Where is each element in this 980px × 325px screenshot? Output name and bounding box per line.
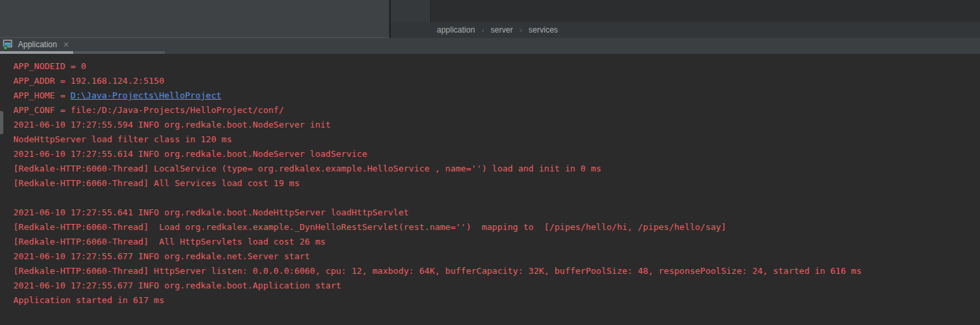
console-line: [Redkale-HTTP:6060-Thread] HttpServer li… [13, 264, 980, 278]
file-path-link[interactable]: D:\Java-Projects\HelloProject [70, 90, 221, 100]
console-line: [Redkale-HTTP:6060-Thread] Load org.redk… [13, 220, 980, 235]
breadcrumb-separator-icon: › [481, 26, 484, 34]
console-line: [Redkale-HTTP:6060-Thread] All HttpServl… [13, 235, 980, 249]
console-line: Application started in 617 ms [13, 293, 980, 308]
run-toolwindow-tab-bar: Application ✕ [0, 38, 980, 54]
console-line: [Redkale-HTTP:6060-Thread] All Services … [13, 176, 980, 191]
breadcrumb-item-application[interactable]: application [437, 25, 475, 35]
console-line-prefix: APP_HOME = [13, 90, 70, 100]
editor-left-panel [0, 0, 389, 38]
breadcrumb-item-server[interactable]: server [491, 25, 513, 35]
tab-application-label: Application [18, 40, 57, 49]
console-output[interactable]: APP_NODEID = 0APP_ADDR = 192.168.124.2:5… [0, 54, 980, 325]
editor-strip-right [431, 0, 980, 22]
tab-application[interactable]: Application ✕ [0, 38, 69, 51]
close-icon[interactable]: ✕ [63, 41, 69, 49]
breadcrumb-separator-icon: › [519, 26, 522, 34]
console-left-scroll-handle[interactable] [0, 111, 3, 134]
breadcrumb-item-services[interactable]: services [529, 25, 558, 35]
breadcrumb: application›server›services [391, 22, 980, 38]
console-line [13, 191, 980, 205]
console-line: 2021-06-10 17:27:55.641 INFO org.redkale… [13, 205, 980, 220]
editor-strip [391, 0, 431, 22]
run-console-icon [3, 39, 14, 51]
console-line: 2021-06-10 17:27:55.614 INFO org.redkale… [13, 147, 980, 162]
console-line: 2021-06-10 17:27:55.677 INFO org.redkale… [13, 278, 980, 293]
console-line: APP_HOME = D:\Java-Projects\HelloProject [13, 88, 980, 103]
console-line: 2021-06-10 17:27:55.677 INFO org.redkale… [13, 249, 980, 264]
console-line: APP_ADDR = 192.168.124.2:5150 [13, 74, 980, 88]
editor-top-row: application›server›services [0, 0, 980, 38]
console-line: APP_CONF = file:/D:/Java-Projects/HelloP… [13, 103, 980, 118]
console-line: APP_NODEID = 0 [13, 59, 980, 74]
console-line: 2021-06-10 17:27:55.594 INFO org.redkale… [13, 118, 980, 132]
console-line: NodeHttpServer load filter class in 120 … [13, 132, 980, 147]
console-line: [Redkale-HTTP:6060-Thread] LocalService … [13, 162, 980, 176]
